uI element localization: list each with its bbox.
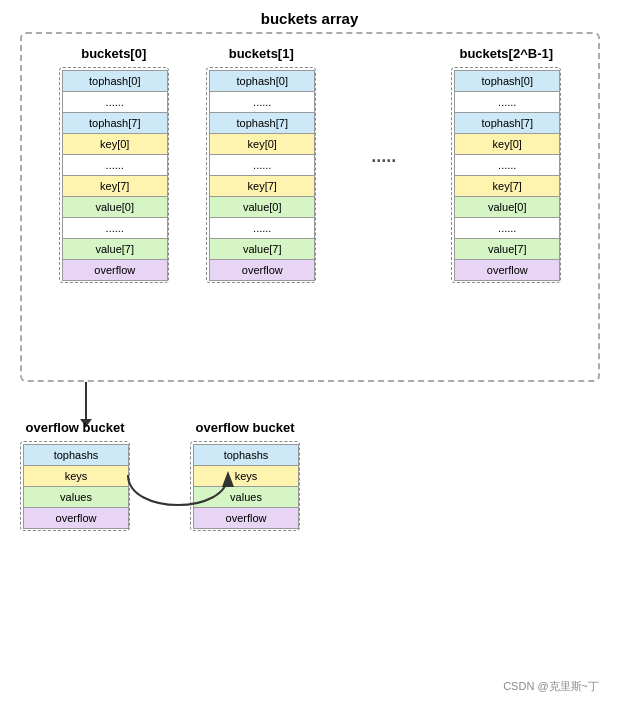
overflow-bucket-0-label: overflow bucket [26,420,125,435]
bucket-0-label: buckets[0] [81,46,146,61]
overflow-bucket-1-inner: tophashs keys values overflow [190,441,300,531]
cell: key[7] [62,175,168,197]
bucket-last-inner: tophash[0] ...... tophash[7] key[0] ....… [451,67,561,283]
cell: overflow [62,259,168,281]
overflow-row: overflow bucket tophashs keys values ove… [20,420,300,531]
cell: ...... [209,91,315,113]
cell: tophash[0] [209,70,315,92]
cell: key[7] [454,175,560,197]
cell: ...... [454,154,560,176]
cell: key[7] [209,175,315,197]
cell: tophash[7] [454,112,560,134]
cell: value[0] [454,196,560,218]
cell: overflow [193,507,299,529]
buckets-row: buckets[0] tophash[0] ...... tophash[7] … [22,34,598,293]
cell: tophashs [23,444,129,466]
cell: ...... [62,217,168,239]
dots-separator: ..... [354,46,414,167]
cell: value[0] [209,196,315,218]
overflow-bucket-1: overflow bucket tophashs keys values ove… [190,420,300,531]
cell: tophash[0] [62,70,168,92]
cell: tophash[7] [62,112,168,134]
overflow-bucket-0-inner: tophashs keys values overflow [20,441,130,531]
cell: tophashs [193,444,299,466]
cell: tophash[7] [209,112,315,134]
bucket-col-0: buckets[0] tophash[0] ...... tophash[7] … [59,46,169,283]
cell: keys [23,465,129,487]
cell: key[0] [209,133,315,155]
cell: keys [193,465,299,487]
bucket-last-label: buckets[2^B-1] [459,46,553,61]
cell: ...... [209,217,315,239]
cell: value[7] [209,238,315,260]
cell: values [23,486,129,508]
cell: ...... [454,91,560,113]
cell: ...... [62,91,168,113]
cell: value[7] [454,238,560,260]
cell: tophash[0] [454,70,560,92]
overflow-bucket-0: overflow bucket tophashs keys values ove… [20,420,130,531]
cell: overflow [454,259,560,281]
cell: ...... [454,217,560,239]
cell: values [193,486,299,508]
bucket-col-last: buckets[2^B-1] tophash[0] ...... tophash… [451,46,561,283]
cell: ...... [209,154,315,176]
arrow-down-icon [85,382,87,420]
cell: overflow [209,259,315,281]
cell: overflow [23,507,129,529]
cell: value[7] [62,238,168,260]
bucket-1-label: buckets[1] [229,46,294,61]
overflow-bucket-1-label: overflow bucket [196,420,295,435]
cell: key[0] [62,133,168,155]
cell: value[0] [62,196,168,218]
outer-dashed-box: buckets[0] tophash[0] ...... tophash[7] … [20,32,600,382]
cell: ...... [62,154,168,176]
bucket-1-inner: tophash[0] ...... tophash[7] key[0] ....… [206,67,316,283]
bucket-col-1: buckets[1] tophash[0] ...... tophash[7] … [206,46,316,283]
page-title: buckets array [0,0,619,35]
watermark: CSDN @克里斯~丁 [503,679,599,694]
cell: key[0] [454,133,560,155]
bucket-0-inner: tophash[0] ...... tophash[7] key[0] ....… [59,67,169,283]
